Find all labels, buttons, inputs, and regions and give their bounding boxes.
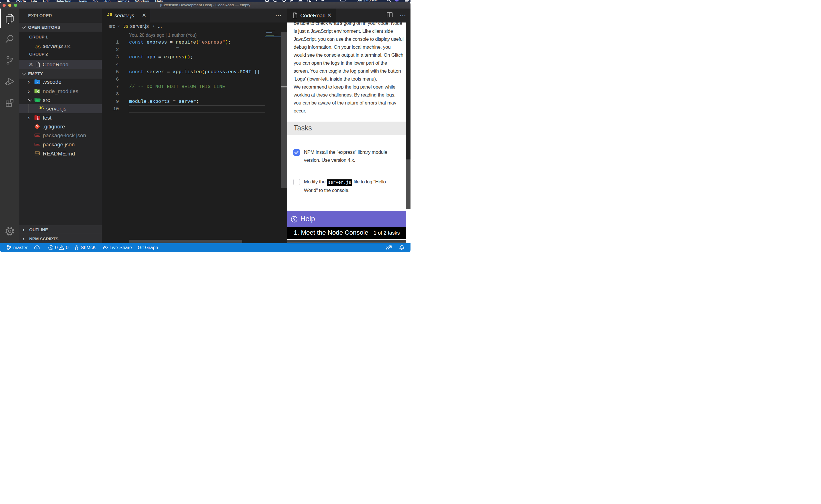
svg-text:JS: JS (37, 90, 40, 92)
svg-text:npm: npm (35, 143, 39, 146)
svg-text:npm: npm (35, 134, 39, 137)
svg-text:Sat 3:45 PM: Sat 3:45 PM (356, 0, 377, 2)
